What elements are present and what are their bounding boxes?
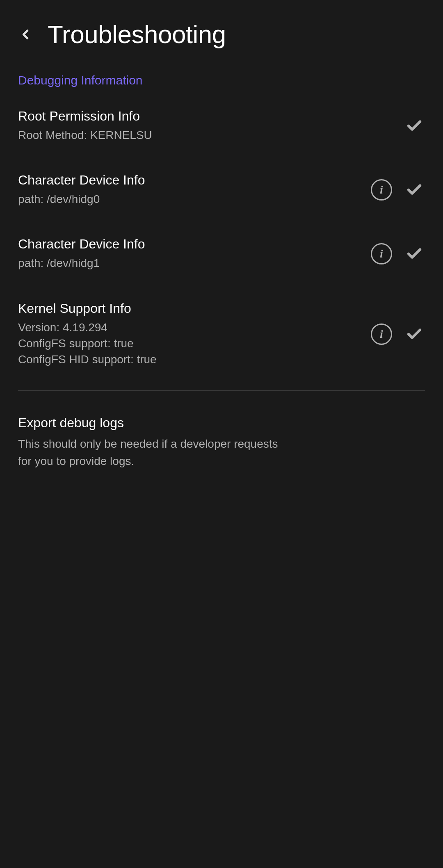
info-icon-kernel-support[interactable]: i	[371, 324, 392, 345]
back-button[interactable]	[15, 24, 36, 45]
item-title-root-permission: Root Permission Info	[18, 109, 395, 124]
item-subtitle-kernel-support: Version: 4.19.294 ConfigFS support: true…	[18, 319, 363, 368]
section-header: Debugging Information	[0, 65, 443, 94]
item-icons-char-device-1: i	[371, 243, 425, 264]
item-text-root-permission: Root Permission Info Root Method: KERNEL…	[18, 109, 395, 143]
list-item-char-device-0[interactable]: Character Device Info path: /dev/hidg0 i	[0, 158, 443, 222]
item-title-char-device-1: Character Device Info	[18, 237, 363, 252]
item-subtitle-char-device-1: path: /dev/hidg1	[18, 255, 363, 271]
item-title-kernel-support: Kernel Support Info	[18, 301, 363, 316]
kernel-configfs: ConfigFS support: true	[18, 335, 363, 351]
check-icon-root-permission	[404, 115, 425, 137]
kernel-configfs-hid: ConfigFS HID support: true	[18, 351, 363, 367]
item-icons-kernel-support: i	[371, 324, 425, 345]
info-icon-char-device-0[interactable]: i	[371, 179, 392, 200]
info-icon-char-device-1[interactable]: i	[371, 243, 392, 264]
kernel-version: Version: 4.19.294	[18, 319, 363, 335]
section-divider	[18, 390, 425, 391]
header: Troubleshooting	[0, 0, 443, 65]
item-subtitle-char-device-0: path: /dev/hidg0	[18, 191, 363, 207]
item-title-char-device-0: Character Device Info	[18, 173, 363, 188]
export-title: Export debug logs	[18, 415, 425, 431]
page-title: Troubleshooting	[48, 20, 226, 49]
list-item-kernel-support[interactable]: Kernel Support Info Version: 4.19.294 Co…	[0, 286, 443, 383]
check-icon-char-device-1	[404, 243, 425, 264]
check-icon-kernel-support	[404, 324, 425, 345]
list-item-root-permission[interactable]: Root Permission Info Root Method: KERNEL…	[0, 94, 443, 158]
list-item-char-device-1[interactable]: Character Device Info path: /dev/hidg1 i	[0, 222, 443, 286]
debug-info-list: Root Permission Info Root Method: KERNEL…	[0, 94, 443, 382]
item-text-kernel-support: Kernel Support Info Version: 4.19.294 Co…	[18, 301, 363, 368]
item-text-char-device-0: Character Device Info path: /dev/hidg0	[18, 173, 363, 207]
item-subtitle-root-permission: Root Method: KERNELSU	[18, 127, 395, 143]
item-text-char-device-1: Character Device Info path: /dev/hidg1	[18, 237, 363, 271]
export-subtitle: This should only be needed if a develope…	[18, 435, 289, 470]
item-icons-char-device-0: i	[371, 179, 425, 200]
export-debug-logs-button[interactable]: Export debug logs This should only be ne…	[0, 399, 443, 486]
item-icons-root-permission	[404, 115, 425, 137]
check-icon-char-device-0	[404, 179, 425, 200]
